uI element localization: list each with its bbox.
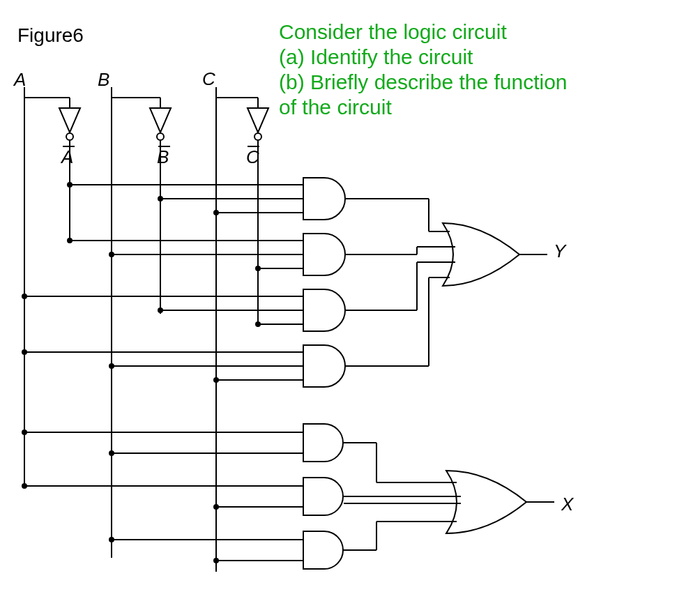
svg-point-72 (213, 504, 219, 510)
and-gate-6 (24, 464, 343, 515)
svg-marker-8 (150, 108, 171, 132)
and-gate-7 (112, 531, 343, 569)
svg-point-13 (254, 133, 261, 140)
or-gate-X (446, 471, 554, 533)
svg-point-5 (66, 133, 73, 140)
svg-point-68 (158, 196, 163, 201)
logic-circuit-svg (17, 77, 589, 586)
svg-point-75 (255, 321, 261, 327)
and-gate-5 (24, 424, 343, 462)
figure-label: Figure6 (17, 24, 84, 47)
svg-point-63 (67, 238, 73, 243)
question-line1: Consider the logic circuit (279, 20, 568, 45)
svg-point-59 (22, 349, 27, 355)
svg-point-70 (213, 210, 219, 215)
or-gate-Y (443, 223, 547, 286)
inverter-B (150, 98, 171, 153)
svg-point-69 (158, 307, 163, 313)
svg-point-64 (109, 252, 114, 257)
svg-point-73 (213, 558, 219, 563)
and-gate-3 (24, 289, 345, 331)
svg-point-61 (22, 483, 27, 489)
svg-point-67 (109, 537, 114, 542)
svg-point-74 (255, 266, 261, 271)
svg-point-58 (22, 294, 27, 299)
svg-point-9 (157, 133, 164, 140)
svg-point-71 (213, 377, 219, 383)
svg-point-60 (22, 429, 27, 435)
inverter-C (248, 98, 268, 153)
svg-marker-4 (59, 108, 80, 132)
svg-point-62 (67, 182, 73, 188)
and-gate-4 (24, 345, 345, 387)
junction-dots (22, 182, 261, 563)
svg-marker-12 (248, 108, 268, 132)
svg-point-65 (109, 363, 114, 369)
inverter-A (59, 98, 80, 153)
question-line2: (a) Identify the circuit (279, 45, 568, 70)
svg-point-66 (109, 450, 114, 456)
